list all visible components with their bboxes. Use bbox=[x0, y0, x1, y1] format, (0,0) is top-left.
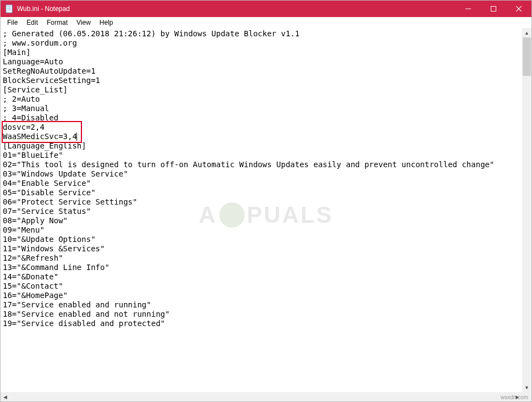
editor-line[interactable]: 03="Windows Update Service" bbox=[3, 169, 529, 179]
editor-line[interactable]: [Service_List] bbox=[3, 85, 529, 95]
editor-line[interactable]: WaaSMedicSvc=3,4 bbox=[3, 132, 529, 141]
scroll-thumb-vertical[interactable] bbox=[523, 37, 531, 76]
editor-line[interactable]: ; www.sordum.org bbox=[3, 38, 529, 48]
editor-line[interactable]: 07="Service Status" bbox=[3, 207, 529, 216]
editor-line[interactable]: [Main] bbox=[3, 48, 529, 57]
editor-line[interactable]: 04="Enable Service" bbox=[3, 179, 529, 188]
editor-line[interactable]: 01="BlueLife" bbox=[3, 151, 529, 160]
editor-line[interactable]: 05="Disable Service" bbox=[3, 188, 529, 197]
editor-line[interactable]: 12="&Refresh" bbox=[3, 254, 529, 263]
text-caret bbox=[76, 133, 77, 141]
content-area: ; Generated (06.05.2018 21:26:12) by Win… bbox=[1, 28, 531, 401]
window-title: Wub.ini - Notepad bbox=[17, 5, 70, 13]
editor-line[interactable]: dosvc=2,4 bbox=[3, 123, 529, 132]
menubar: File Edit Format View Help bbox=[1, 17, 531, 28]
site-credit: wsxdn.com bbox=[501, 394, 528, 400]
svg-rect-0 bbox=[6, 5, 12, 13]
editor-line[interactable]: 19="Service disabled and protected" bbox=[3, 319, 529, 328]
editor-line[interactable]: 17="Service enabled and running" bbox=[3, 300, 529, 310]
editor-line[interactable]: BlockServiceSetting=1 bbox=[3, 76, 529, 85]
editor-line[interactable]: 14="&Donate" bbox=[3, 272, 529, 282]
close-button[interactable] bbox=[506, 1, 531, 17]
editor-line[interactable]: [Language_English] bbox=[3, 141, 529, 151]
notepad-icon bbox=[5, 4, 14, 13]
text-editor[interactable]: ; Generated (06.05.2018 21:26:12) by Win… bbox=[1, 28, 531, 392]
menu-help[interactable]: Help bbox=[95, 18, 118, 27]
editor-line[interactable]: ; 3=Manual bbox=[3, 104, 529, 113]
editor-line[interactable]: 18="Service enabled and not running" bbox=[3, 310, 529, 319]
scroll-down-icon[interactable]: ▼ bbox=[522, 383, 531, 392]
menu-format[interactable]: Format bbox=[42, 18, 72, 27]
editor-line[interactable]: Language=Auto bbox=[3, 57, 529, 67]
scroll-left-icon[interactable]: ◀ bbox=[1, 392, 10, 401]
editor-line[interactable]: 16="&HomePage" bbox=[3, 291, 529, 300]
titlebar: Wub.ini - Notepad bbox=[1, 1, 531, 17]
editor-line[interactable]: 10="&Update Options" bbox=[3, 235, 529, 244]
editor-line[interactable]: 06="Protect Service Settings" bbox=[3, 197, 529, 207]
editor-line[interactable]: 02="This tool is designed to turn off-on… bbox=[3, 160, 529, 169]
editor-line[interactable]: SetRegNoAutoUpdate=1 bbox=[3, 67, 529, 76]
scroll-up-icon[interactable]: ▲ bbox=[522, 28, 531, 37]
svg-rect-5 bbox=[491, 7, 496, 12]
vertical-scrollbar[interactable]: ▲ ▼ bbox=[522, 28, 531, 392]
menu-edit[interactable]: Edit bbox=[22, 18, 42, 27]
editor-line[interactable]: ; 2=Auto bbox=[3, 95, 529, 104]
window-controls bbox=[456, 1, 531, 17]
editor-line[interactable]: 08="Apply Now" bbox=[3, 216, 529, 225]
editor-line[interactable]: 13="&Command Line Info" bbox=[3, 263, 529, 272]
menu-file[interactable]: File bbox=[3, 18, 22, 27]
horizontal-scrollbar[interactable]: ◀ ▶ bbox=[1, 392, 522, 401]
maximize-button[interactable] bbox=[481, 1, 506, 17]
editor-line[interactable]: 11="Windows &Services" bbox=[3, 244, 529, 254]
editor-line[interactable]: ; Generated (06.05.2018 21:26:12) by Win… bbox=[3, 29, 529, 38]
editor-line[interactable]: 15="&Contact" bbox=[3, 282, 529, 291]
editor-line[interactable]: 09="Menu" bbox=[3, 225, 529, 235]
minimize-button[interactable] bbox=[456, 1, 481, 17]
menu-view[interactable]: View bbox=[72, 18, 95, 27]
editor-line[interactable]: ; 4=Disabled bbox=[3, 113, 529, 123]
